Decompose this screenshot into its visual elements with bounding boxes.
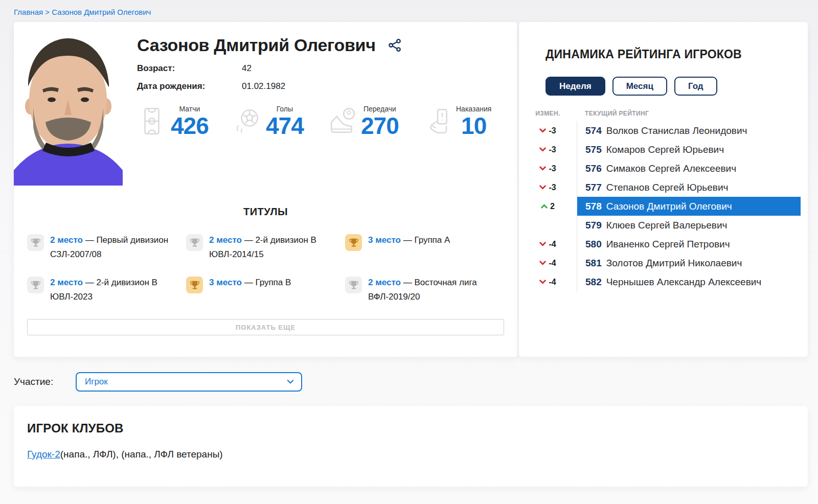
rank-number: 582 xyxy=(585,277,602,288)
stat-item: Матчи 426 xyxy=(137,105,232,138)
clubs-heading: ИГРОК КЛУБОВ xyxy=(27,421,794,436)
pitch-icon xyxy=(137,105,167,137)
player-photo xyxy=(14,22,123,186)
change-value: -3 xyxy=(549,183,556,192)
rank-number: 580 xyxy=(585,239,602,250)
place-link[interactable]: 2 место xyxy=(209,235,242,245)
rank-number: 579 xyxy=(585,220,602,231)
player-rating-entry[interactable]: 581 Золотов Дмитрий Николаевич xyxy=(577,254,801,272)
rating-rows: -3 574 Волков Станислав Леонидович xyxy=(519,121,808,291)
place-link[interactable]: 3 место xyxy=(209,278,242,287)
player-portrait-illustration xyxy=(14,22,123,186)
place-link[interactable]: 3 место xyxy=(368,235,401,245)
stat-value: 270 xyxy=(361,114,399,138)
stat-label: Передачи xyxy=(363,105,396,113)
trophy-icon xyxy=(186,277,203,293)
change-value: -3 xyxy=(549,145,556,154)
club-link[interactable]: Гудок-2 xyxy=(27,449,60,460)
rank-number: 575 xyxy=(585,144,602,155)
penalty-card-icon xyxy=(422,105,452,137)
profile-top: Сазонов Дмитрий Олегович xyxy=(14,22,517,186)
stat-label: Матчи xyxy=(179,105,200,113)
chevron-down-icon xyxy=(539,185,546,190)
chevron-down-icon xyxy=(539,166,546,171)
trophy-icon xyxy=(345,234,362,251)
player-rating-entry[interactable]: 576 Симаков Сергей Алексеевич xyxy=(577,159,801,178)
tab-month[interactable]: Месяц xyxy=(612,77,667,96)
change-value: -4 xyxy=(549,259,556,268)
place-link[interactable]: 2 место xyxy=(50,278,83,287)
chevron-down-icon xyxy=(539,261,546,265)
player-name: Сазонов Дмитрий Олегович xyxy=(137,35,376,55)
change-value: -3 xyxy=(549,126,556,135)
title-item: 3 место — Группа А xyxy=(345,233,504,261)
breadcrumb-home-link[interactable]: Главная xyxy=(14,8,43,16)
title-item: 2 место — 2-й дивизион В ЮВЛ-2023 xyxy=(27,276,186,304)
player-rating-entry[interactable]: 580 Иваненко Сергей Петрович xyxy=(577,235,801,254)
tab-week[interactable]: Неделя xyxy=(546,77,605,96)
rating-row: -4 580 Иваненко Сергей Петрович xyxy=(519,235,808,254)
player-rating-entry[interactable]: 577 Степанов Сергей Юрьевич xyxy=(577,178,801,197)
rating-row: -3 575 Комаров Сергей Юрьевич xyxy=(519,140,808,159)
change-value: -4 xyxy=(549,278,556,287)
tab-year[interactable]: Год xyxy=(674,77,717,96)
change-cell: -3 xyxy=(519,178,577,197)
player-rating-entry[interactable]: 575 Комаров Сергей Юрьевич xyxy=(577,140,801,159)
change-cell xyxy=(519,216,577,235)
chevron-down-icon xyxy=(287,379,294,384)
player-rating-entry[interactable]: 578 Сазонов Дмитрий Олегович xyxy=(577,197,801,216)
rating-tabs: НеделяМесяцГод xyxy=(546,77,808,96)
show-more-button[interactable]: ПОКАЗАТЬ ЕЩЕ xyxy=(27,319,504,335)
chevron-down-icon xyxy=(539,128,546,133)
participation-select[interactable]: Игрок xyxy=(76,372,302,392)
stat-value: 10 xyxy=(461,114,486,138)
club-details: (напа., ЛФЛ), (напа., ЛФЛ ветераны) xyxy=(60,449,223,460)
trophy-icon xyxy=(186,234,203,251)
participation-filter: Участие: Игрок xyxy=(14,372,804,392)
share-button[interactable] xyxy=(387,37,403,53)
rating-row: -4 581 Золотов Дмитрий Николаевич xyxy=(519,254,808,272)
titles-list: 2 место — Первый дивизион СЗЛ-2007/08 xyxy=(14,218,517,304)
rank-number: 577 xyxy=(585,182,602,193)
chevron-down-icon xyxy=(539,242,546,246)
player-rating-entry[interactable]: 579 Клюев Сергей Валерьевич xyxy=(577,216,801,235)
rated-player-name: Степанов Сергей Юрьевич xyxy=(606,182,729,193)
age-label: Возраст: xyxy=(137,63,242,74)
chevron-up-icon xyxy=(541,204,548,209)
title-item: 2 место — Первый дивизион СЗЛ-2007/08 xyxy=(27,233,186,261)
rating-heading: ДИНАМИКА РЕЙТИНГА ИГРОКОВ xyxy=(546,48,808,61)
place-link[interactable]: 2 место xyxy=(368,278,401,287)
ball-icon xyxy=(232,105,262,137)
rank-number: 581 xyxy=(585,258,602,269)
title-item: 2 место — Восточная лига ВФЛ-2019/20 xyxy=(345,276,504,304)
share-icon xyxy=(388,38,402,52)
change-cell: -4 xyxy=(519,272,577,291)
place-link[interactable]: 2 место xyxy=(50,235,83,245)
title-item: 3 место — Группа В xyxy=(186,276,345,304)
player-rating-entry[interactable]: 582 Чернышев Александр Алексеевич xyxy=(577,272,801,291)
participation-selected-value: Игрок xyxy=(85,377,108,387)
stat-value: 426 xyxy=(171,114,209,138)
stat-item: Голы 474 xyxy=(232,105,327,138)
rating-row: 2 578 Сазонов Дмитрий Олегович xyxy=(519,197,808,216)
change-value: -4 xyxy=(549,240,556,249)
change-cell: -3 xyxy=(519,140,577,159)
breadcrumb-current: Сазонов Дмитрий Олегович xyxy=(52,8,151,16)
rank-number: 576 xyxy=(585,163,602,174)
trophy-icon xyxy=(345,277,362,293)
stat-item: Передачи 270 xyxy=(327,105,422,138)
breadcrumb-separator: > xyxy=(45,8,52,16)
trophy-icon xyxy=(27,277,44,293)
rated-player-name: Симаков Сергей Алексеевич xyxy=(606,163,736,174)
boot-ball-icon xyxy=(327,105,357,137)
rated-player-name: Чернышев Александр Алексеевич xyxy=(606,277,762,288)
rated-player-name: Золотов Дмитрий Николаевич xyxy=(606,258,742,269)
trophy-icon xyxy=(27,234,44,251)
rated-player-name: Волков Станислав Леонидович xyxy=(606,125,747,136)
titles-heading: ТИТУЛЫ xyxy=(14,206,517,218)
rated-player-name: Комаров Сергей Юрьевич xyxy=(606,144,724,155)
chevron-down-icon xyxy=(539,280,546,284)
player-rating-entry[interactable]: 574 Волков Станислав Леонидович xyxy=(577,121,801,140)
rank-number: 578 xyxy=(585,201,602,212)
change-value: -3 xyxy=(549,164,556,173)
